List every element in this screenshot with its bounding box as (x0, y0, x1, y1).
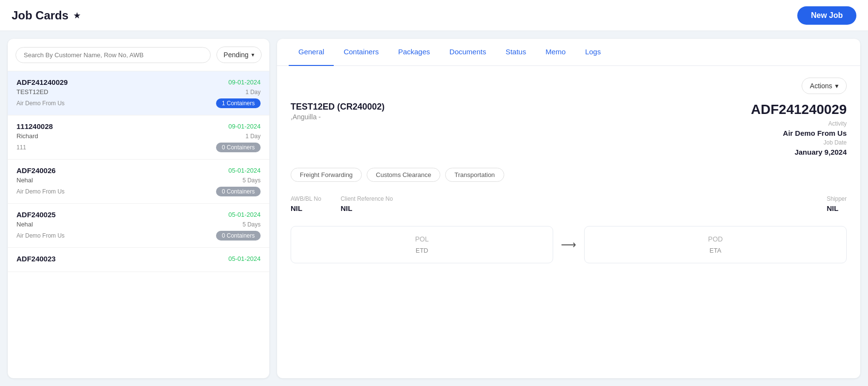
job-id: ADF240026 (16, 166, 56, 175)
job-days: 1 Day (246, 133, 261, 140)
job-date-value: January 9,2024 (751, 148, 847, 156)
client-ref-value: NIL (341, 204, 393, 212)
tabs-bar: General Containers Packages Documents St… (277, 39, 860, 66)
tab-general-content: Actions ▾ TEST12ED (CR240002) ,Anguilla … (277, 66, 860, 378)
tab-status[interactable]: Status (496, 39, 536, 66)
new-job-button[interactable]: New Job (797, 6, 856, 25)
job-activity: 111 (16, 144, 26, 151)
job-date: 05-01-2024 (229, 167, 261, 174)
pol-box: POL ETD (291, 226, 553, 263)
job-id: ADF241240029 (16, 78, 68, 86)
fields-row: AWB/BL No NIL Client Reference No NIL Sh… (291, 195, 847, 212)
job-activity: Air Demo From Us (16, 232, 64, 239)
shipper-field: Shipper NIL (827, 195, 847, 212)
job-activity: Air Demo From Us (16, 188, 64, 195)
job-id: 111240028 (16, 122, 53, 130)
job-customer-name: Richard (16, 132, 38, 140)
awb-value: NIL (291, 204, 321, 212)
job-id: ADF240025 (16, 210, 56, 219)
job-customer-name: TEST12ED (16, 88, 48, 96)
activity-value: Air Demo From Us (751, 129, 847, 137)
pending-filter-button[interactable]: Pending ▾ (217, 47, 262, 63)
service-tag-transport: Transportation (445, 168, 504, 182)
list-item[interactable]: 111240028 09-01-2024 Richard 1 Day 111 0… (8, 115, 269, 160)
shipper-label: Shipper (827, 195, 847, 202)
job-client: TEST12ED (CR240002) (291, 102, 385, 112)
tab-packages[interactable]: Packages (388, 39, 440, 66)
job-date: 09-01-2024 (229, 123, 261, 130)
job-meta: Activity Air Demo From Us Job Date Janua… (751, 120, 847, 156)
list-item[interactable]: ADF240025 05-01-2024 Nehal 5 Days Air De… (8, 204, 269, 248)
service-tag-customs: Customs Clearance (367, 168, 440, 182)
actions-label: Actions (810, 82, 832, 90)
chevron-down-icon: ▾ (251, 51, 254, 58)
job-title-left: TEST12ED (CR240002) ,Anguilla - (291, 102, 385, 121)
tab-logs[interactable]: Logs (575, 39, 611, 66)
tab-containers[interactable]: Containers (334, 39, 388, 66)
tab-documents[interactable]: Documents (440, 39, 496, 66)
job-header: TEST12ED (CR240002) ,Anguilla - ADF24124… (291, 102, 847, 156)
route-arrow-icon: ⟶ (561, 239, 576, 251)
awb-field: AWB/BL No NIL (291, 195, 321, 212)
containers-badge: 0 Containers (216, 187, 261, 196)
shipper-value: NIL (827, 204, 847, 212)
activity-label: Activity (751, 120, 847, 127)
star-icon: ★ (73, 10, 81, 21)
client-ref-label: Client Reference No (341, 195, 393, 202)
services-row: Freight Forwarding Customs Clearance Tra… (291, 168, 847, 182)
job-date: 05-01-2024 (229, 255, 261, 262)
job-number: ADF241240029 (751, 102, 847, 117)
search-input[interactable] (16, 47, 211, 63)
actions-button[interactable]: Actions ▾ (802, 78, 847, 94)
job-customer-name: Nehal (16, 221, 33, 228)
list-item[interactable]: ADF240023 05-01-2024 (8, 248, 269, 272)
client-ref-field: Client Reference No NIL (341, 195, 393, 212)
containers-badge: 0 Containers (216, 143, 261, 152)
left-panel: Pending ▾ ADF241240029 09-01-2024 TEST12… (8, 39, 269, 378)
tab-general[interactable]: General (289, 39, 334, 66)
containers-badge: 1 Containers (216, 98, 261, 108)
job-days: 1 Day (246, 89, 261, 96)
tab-memo[interactable]: Memo (536, 39, 575, 66)
page-title: Job Cards (12, 9, 68, 22)
actions-row: Actions ▾ (291, 78, 847, 94)
pol-label: POL (415, 235, 429, 243)
pending-label: Pending (224, 51, 248, 59)
main-content: Pending ▾ ADF241240029 09-01-2024 TEST12… (0, 31, 868, 386)
jobs-list: ADF241240029 09-01-2024 TEST12ED 1 Day A… (8, 71, 269, 378)
job-days: 5 Days (243, 177, 261, 184)
awb-label: AWB/BL No (291, 195, 321, 202)
right-panel: General Containers Packages Documents St… (277, 39, 860, 378)
etd-label: ETD (416, 247, 428, 254)
header-left: Job Cards ★ (12, 9, 81, 22)
job-id: ADF240023 (16, 255, 56, 263)
pod-box: POD ETA (584, 226, 847, 263)
eta-label: ETA (710, 247, 721, 254)
left-panel-header: Pending ▾ (8, 39, 269, 71)
job-days: 5 Days (243, 221, 261, 228)
job-date: 09-01-2024 (229, 79, 261, 86)
list-item[interactable]: ADF241240029 09-01-2024 TEST12ED 1 Day A… (8, 71, 269, 115)
pod-label: POD (708, 235, 723, 243)
service-tag-freight: Freight Forwarding (291, 168, 362, 182)
app-header: Job Cards ★ New Job (0, 0, 868, 31)
list-item[interactable]: ADF240026 05-01-2024 Nehal 5 Days Air De… (8, 160, 269, 204)
route-row: POL ETD ⟶ POD ETA (291, 226, 847, 263)
job-activity: Air Demo From Us (16, 100, 64, 107)
job-customer-name: Nehal (16, 177, 33, 184)
job-header-right: ADF241240029 Activity Air Demo From Us J… (751, 102, 847, 156)
containers-badge: 0 Containers (216, 231, 261, 241)
job-date: 05-01-2024 (229, 211, 261, 218)
job-date-label: Job Date (751, 139, 847, 146)
chevron-down-icon: ▾ (835, 82, 838, 90)
job-location: ,Anguilla - (291, 113, 385, 121)
